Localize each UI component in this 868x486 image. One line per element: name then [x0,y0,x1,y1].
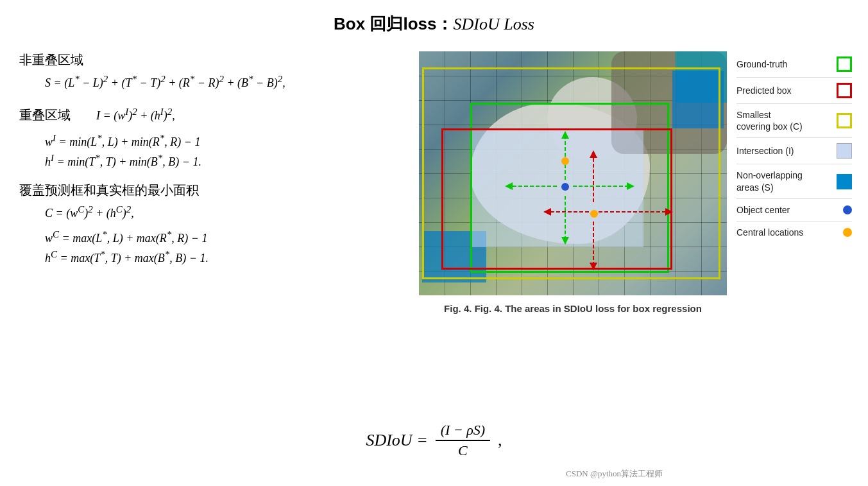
right-content: Fig. 4. Fig. 4. The areas in SDIoU loss … [419,51,855,295]
legend-smallest-swatch [837,113,852,128]
formula-suffix: , [498,431,502,450]
formula-wI: wI = min(L*, L) + min(R*, R) − 1 [45,133,436,149]
legend-predicted-box-swatch [837,83,852,98]
legend-predicted-box-label: Predicted box [736,85,831,96]
section-overlap-label: 重叠区域 [19,107,71,124]
section-non-overlap: 非重叠区域 S = (L* − L)2 + (T* − T)2 + (R* − … [19,51,436,90]
legend-intersection-label: Intersection (I) [736,145,831,157]
title-italic: SDIoU Loss [453,15,534,33]
formula-denominator: C [453,441,473,460]
legend-item-ground-truth: Ground-truth [736,51,852,78]
formula-hI: hI = min(T*, T) + min(B*, B) − 1. [45,153,436,169]
left-content: 非重叠区域 S = (L* − L)2 + (T* − T)2 + (R* − … [19,51,436,278]
formula-sdIoU-left: SDIoU = [366,431,427,450]
central-location-dot-2 [590,210,598,218]
fig-caption-bold: Fig. 4. [444,303,472,314]
legend-item-non-overlap: Non-overlappingareas (S) [736,164,852,198]
formula-numerator: (I − ρS) [436,421,490,441]
legend-central-locations-dot [843,228,852,237]
legend-item-central-locations: Central locations [736,221,852,243]
legend-area: Ground-truth Predicted box Smallestcover… [736,51,852,243]
title-prefix: Box 回归loss： [334,14,453,33]
legend-item-predicted-box: Predicted box [736,78,852,104]
legend-object-center-label: Object center [736,204,838,216]
image-legend-row: Fig. 4. Fig. 4. The areas in SDIoU loss … [419,51,855,295]
legend-item-intersection: Intersection (I) [736,138,852,164]
formula-fraction: (I − ρS) C [436,421,490,460]
bear-image [419,51,727,295]
legend-non-overlap-label: Non-overlappingareas (S) [736,169,831,193]
fig-caption: Fig. 4. Fig. 4. The areas in SDIoU loss … [419,303,727,314]
bottom-formula: SDIoU = (I − ρS) C , [366,421,502,460]
legend-non-overlap-swatch [837,174,852,189]
image-area: Fig. 4. Fig. 4. The areas in SDIoU loss … [419,51,727,295]
section-overlap: 重叠区域 I = (wI)2 + (hI)2, wI = min(L*, L) … [19,103,436,169]
section-non-overlap-label: 非重叠区域 [19,51,436,69]
formula-wC: wC = max(L*, L) + max(R*, R) − 1 [45,229,436,245]
formula-C: C = (wC)2 + (hC)2, [45,204,436,220]
fig-caption-text: Fig. 4. The areas in SDIoU loss for box … [475,303,702,314]
legend-central-locations-label: Central locations [736,227,838,238]
title-area: Box 回归loss：SDIoU Loss [19,13,849,35]
central-location-dot-1 [561,157,569,165]
section-smallest-label: 覆盖预测框和真实框的最小面积 [19,182,436,199]
object-center-dot [561,183,569,191]
formula-I: I = (wI)2 + (hI)2, [96,107,175,123]
watermark: CSDN @python算法工程师 [566,468,663,480]
legend-ground-truth-swatch [837,56,852,72]
legend-item-object-center: Object center [736,199,852,221]
formula-hC: hC = max(T*, T) + max(B*, B) − 1. [45,249,436,265]
legend-ground-truth-label: Ground-truth [736,58,831,70]
section-smallest: 覆盖预测框和真实框的最小面积 C = (wC)2 + (hC)2, wC = m… [19,182,436,265]
page-container: Box 回归loss：SDIoU Loss 非重叠区域 S = (L* − L)… [0,0,868,486]
formula-S: S = (L* − L)2 + (T* − T)2 + (R* − R)2 + … [45,74,436,90]
red-predicted-box [441,128,672,270]
legend-item-smallest: Smallestcovering box (C) [736,104,852,138]
legend-object-center-dot [843,205,852,214]
legend-smallest-label: Smallestcovering box (C) [736,109,831,132]
sdIoU-formula: SDIoU = (I − ρS) C , [366,421,502,460]
legend-intersection-swatch [837,143,852,159]
